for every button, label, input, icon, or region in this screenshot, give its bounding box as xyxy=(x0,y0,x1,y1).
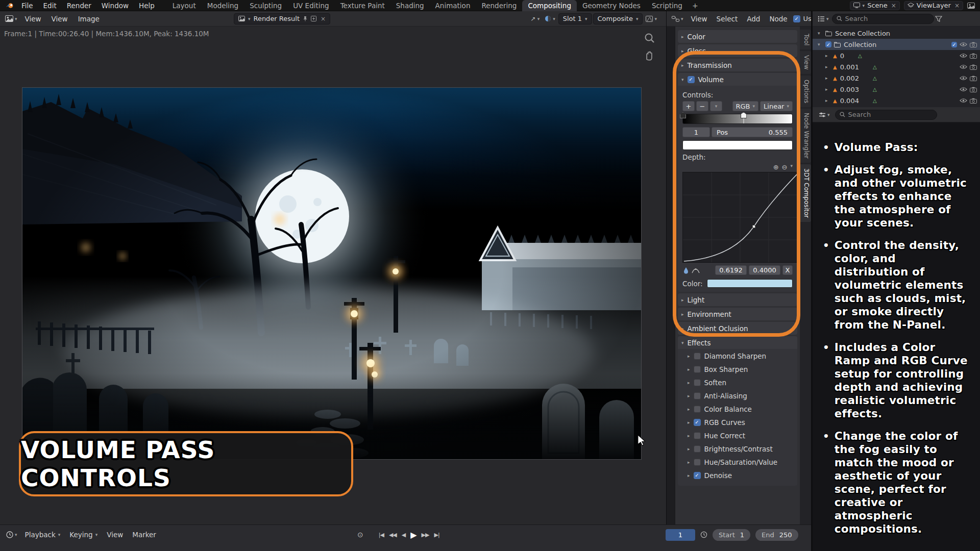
outliner-object-row[interactable]: ▸ ▲ 0 △ xyxy=(813,50,980,61)
compositor-menu-item[interactable]: Select xyxy=(712,15,743,23)
menu-item[interactable]: File xyxy=(16,0,38,11)
menu-item[interactable]: Edit xyxy=(38,0,62,11)
pass-selector[interactable]: Composite ▾ xyxy=(593,13,643,24)
volume-panel-header[interactable]: ▾ Volume xyxy=(678,73,797,86)
outliner-editor-type-button[interactable]: ▾ xyxy=(816,16,831,22)
curve-y-field[interactable]: 0.4000 xyxy=(749,265,780,275)
sidebar-tab[interactable]: 3DT Compositor xyxy=(800,164,811,222)
collapsed-chevron-icon[interactable]: ▸ xyxy=(825,87,830,92)
scene-unlink-button[interactable]: × xyxy=(890,2,896,9)
object-name[interactable]: 0 xyxy=(840,52,844,60)
timeline-menu[interactable]: Playback ▾ xyxy=(20,531,65,539)
collection-label[interactable]: Collection xyxy=(844,41,876,48)
new-image-icon[interactable] xyxy=(311,16,316,21)
camera-icon[interactable] xyxy=(970,76,977,81)
curve-delete-point-button[interactable]: X xyxy=(782,265,793,275)
slot-selector[interactable]: Slot 1 ▾ xyxy=(558,13,592,24)
next-keyframe-button[interactable]: ▶▶ xyxy=(422,532,429,538)
curve-handle-icon[interactable] xyxy=(692,267,700,274)
effect-checkbox[interactable] xyxy=(694,445,701,453)
object-name[interactable]: 0.002 xyxy=(840,74,859,82)
menu-item[interactable]: Render xyxy=(62,0,96,11)
effect-row[interactable]: ▸ Brightness/Contrast xyxy=(684,442,791,455)
curve-clipping-icon[interactable] xyxy=(682,267,690,274)
workspace-tab[interactable]: Scripting xyxy=(646,0,688,11)
outliner-object-row[interactable]: ▸ ▲ 0.004 △ xyxy=(813,95,980,106)
workspace-tab[interactable]: Sculpting xyxy=(244,0,287,11)
sidebar-tab[interactable]: Options xyxy=(800,76,811,107)
curve-x-field[interactable]: 0.6192 xyxy=(715,265,747,275)
image-unlink-button[interactable]: × xyxy=(320,15,326,22)
ramp-stop-active[interactable] xyxy=(741,112,747,118)
properties-search-input[interactable]: Search xyxy=(835,110,937,120)
timeline-editor-type-button[interactable]: ▾ xyxy=(4,531,19,538)
curve-specials-chevron[interactable]: ▾ xyxy=(790,163,793,171)
image-menu-view-2[interactable]: View xyxy=(47,15,72,23)
effect-row[interactable]: ▸ RGB Curves xyxy=(684,416,791,429)
jump-to-end-button[interactable]: ▶| xyxy=(434,532,439,538)
effect-row[interactable]: ▸ Soften xyxy=(684,376,791,389)
eye-icon[interactable] xyxy=(960,64,967,69)
play-button[interactable]: ▶ xyxy=(410,530,416,540)
effect-row[interactable]: ▸ Color Balance xyxy=(684,403,791,415)
viewlayer-unlink-button[interactable]: × xyxy=(953,2,960,9)
effect-row[interactable]: ▸ Diamond Sharpen xyxy=(684,349,791,362)
outliner-object-row[interactable]: ▸ ▲ 0.001 △ xyxy=(813,61,980,72)
menu-item[interactable]: Window xyxy=(96,0,134,11)
pin-icon[interactable] xyxy=(303,16,308,21)
object-name[interactable]: 0.004 xyxy=(840,97,859,105)
collapsed-chevron-icon[interactable]: ▸ xyxy=(825,64,830,69)
panel-header[interactable]: ▸ Gloss xyxy=(678,44,797,57)
image-menu-image[interactable]: Image xyxy=(74,15,104,23)
curve-zoom-out-button[interactable]: ⊖ xyxy=(782,163,788,171)
fog-color-swatch[interactable] xyxy=(707,279,793,288)
use-nodes-checkbox[interactable] xyxy=(793,15,800,22)
collection-checkbox[interactable] xyxy=(825,41,831,47)
curve-zoom-in-button[interactable]: ⊕ xyxy=(773,163,779,171)
effect-checkbox[interactable] xyxy=(694,353,701,360)
compositor-menu-item[interactable]: Add xyxy=(742,15,765,23)
auto-key-record-button[interactable]: ⊙ xyxy=(357,531,363,539)
effect-row[interactable]: ▸ Box Sharpen xyxy=(684,363,791,375)
workspace-tab[interactable]: Geometry Nodes xyxy=(577,0,646,11)
object-name[interactable]: 0.001 xyxy=(840,63,859,71)
workspace-tab[interactable]: Texture Paint xyxy=(335,0,390,11)
ramp-index-field[interactable]: 1 xyxy=(682,127,710,137)
camera-icon[interactable] xyxy=(970,42,977,47)
start-frame-field[interactable]: Start 1 xyxy=(713,529,750,541)
effect-checkbox[interactable] xyxy=(694,379,701,386)
outliner-object-row[interactable]: ▸ ▲ 0.002 △ xyxy=(813,72,980,84)
collapsed-chevron-icon[interactable]: ▸ xyxy=(825,98,830,103)
jump-to-start-button[interactable]: |◀ xyxy=(379,532,384,538)
ramp-stop-first[interactable] xyxy=(680,112,686,118)
workspace-tab[interactable]: Rendering xyxy=(476,0,522,11)
image-datablock-selector[interactable]: ▾ Render Result × xyxy=(234,13,330,24)
previous-keyframe-button[interactable]: ◀◀ xyxy=(389,532,397,538)
color-management-toggle[interactable]: ▾ xyxy=(644,16,659,22)
compositor-editor-type-button[interactable]: ▾ xyxy=(670,16,685,22)
add-workspace-button[interactable]: + xyxy=(688,1,702,11)
color-ramp[interactable] xyxy=(682,114,793,124)
scene-selector[interactable]: ▾ Scene × xyxy=(850,1,900,10)
panel-header[interactable]: ▸ Color xyxy=(678,30,797,43)
effect-row[interactable]: ▸ Denoise xyxy=(684,469,791,482)
menu-item[interactable]: Help xyxy=(134,0,160,11)
pan-hand-gizmo[interactable] xyxy=(644,50,654,61)
timeline-menu[interactable]: Marker ▾ xyxy=(128,531,161,539)
render-display-icon[interactable] xyxy=(967,3,975,9)
workspace-tab[interactable]: Animation xyxy=(430,0,476,11)
image-menu-view-1[interactable]: View xyxy=(20,15,46,23)
expanded-chevron-icon[interactable]: ▾ xyxy=(818,42,823,47)
workspace-tab[interactable]: Layout xyxy=(167,0,202,11)
expanded-chevron-icon[interactable]: ▾ xyxy=(818,31,823,36)
blender-logo-icon[interactable] xyxy=(3,2,16,9)
workspace-tab[interactable]: Compositing xyxy=(522,0,577,11)
render-result-label[interactable]: Render Result xyxy=(253,15,300,22)
viewlayer-name[interactable]: ViewLayer xyxy=(917,2,951,9)
camera-icon[interactable] xyxy=(970,64,977,70)
camera-icon[interactable] xyxy=(970,53,977,59)
effect-row[interactable]: ▸ Anti-Aliasing xyxy=(684,389,791,402)
ramp-remove-stop-button[interactable]: − xyxy=(696,101,708,111)
compositor-menu-item[interactable]: Node xyxy=(765,15,792,23)
image-editor-type-button[interactable]: ▾ xyxy=(3,15,19,22)
